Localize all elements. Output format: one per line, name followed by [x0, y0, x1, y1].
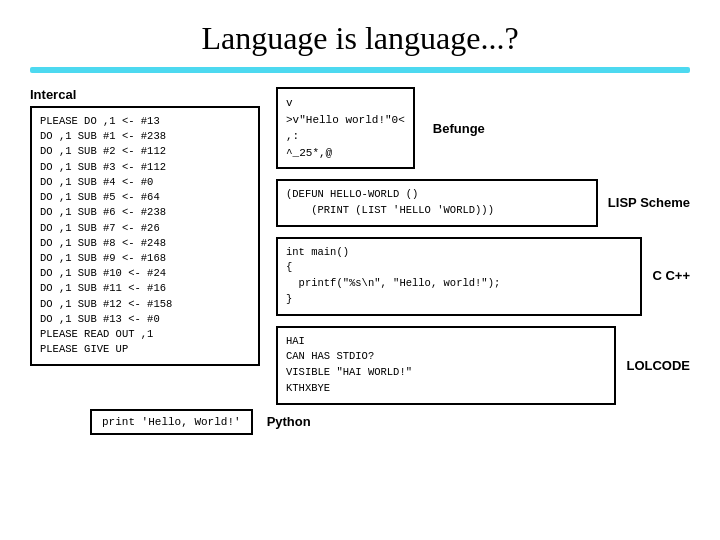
- blue-bar: [30, 67, 690, 73]
- c-label: C C++: [652, 267, 690, 285]
- befunge-row: v >v"Hello world!"0< ,: ^_25*,@ Befunge: [276, 87, 690, 169]
- python-row: print 'Hello, World!' Python: [30, 409, 690, 435]
- lolcode-label: LOLCODE: [626, 358, 690, 373]
- page: Language is language...? Intercal PLEASE…: [0, 0, 720, 540]
- content-area: Intercal PLEASE DO ,1 <- #13 DO ,1 SUB #…: [30, 87, 690, 405]
- page-title: Language is language...?: [30, 20, 690, 57]
- lolcode-row: HAI CAN HAS STDIO? VISIBLE "HAI WORLD!" …: [276, 326, 690, 405]
- lisp-label: LISP Scheme: [608, 194, 690, 212]
- intercal-label: Intercal: [30, 87, 260, 102]
- python-label: Python: [267, 414, 311, 429]
- python-code: print 'Hello, World!': [90, 409, 253, 435]
- right-column: v >v"Hello world!"0< ,: ^_25*,@ Befunge …: [276, 87, 690, 405]
- intercal-code: PLEASE DO ,1 <- #13 DO ,1 SUB #1 <- #238…: [30, 106, 260, 366]
- lisp-code: (DEFUN HELLO-WORLD () (PRINT (LIST 'HELL…: [276, 179, 598, 227]
- c-code: int main() { printf("%s\n", "Hello, worl…: [276, 237, 642, 316]
- c-row: int main() { printf("%s\n", "Hello, worl…: [276, 237, 690, 316]
- befunge-label: Befunge: [433, 121, 485, 136]
- lolcode-code: HAI CAN HAS STDIO? VISIBLE "HAI WORLD!" …: [276, 326, 616, 405]
- lisp-row: (DEFUN HELLO-WORLD () (PRINT (LIST 'HELL…: [276, 179, 690, 227]
- befunge-code: v >v"Hello world!"0< ,: ^_25*,@: [276, 87, 415, 169]
- intercal-section: Intercal PLEASE DO ,1 <- #13 DO ,1 SUB #…: [30, 87, 260, 405]
